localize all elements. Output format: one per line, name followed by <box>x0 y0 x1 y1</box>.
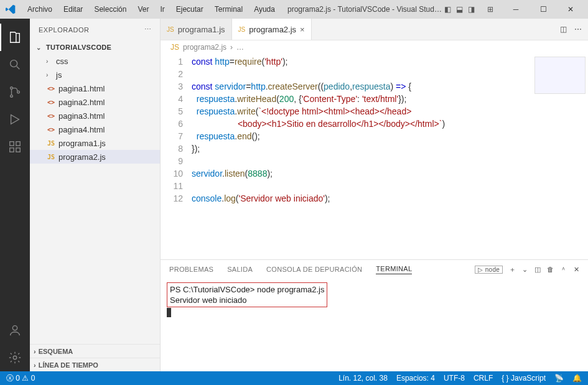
code-line[interactable]: console.log('Servidor web iniciado'); <box>192 192 532 205</box>
maximize-button[interactable]: ☐ <box>531 1 556 18</box>
close-button[interactable]: ✕ <box>558 1 583 18</box>
terminal-cursor <box>167 308 171 317</box>
code-line[interactable]: respuesta.end(); <box>192 130 532 142</box>
breadcrumb-file: programa2.js <box>183 43 226 52</box>
line-number: 3 <box>161 80 183 93</box>
panel-tab-output[interactable]: SALIDA <box>227 266 253 273</box>
tree-root[interactable]: ⌄ TUTORIALVSCODE <box>30 40 160 54</box>
js-file-icon: JS <box>238 26 246 33</box>
sidebar-more-icon[interactable]: ⋯ <box>144 26 152 34</box>
svg-point-9 <box>13 356 17 359</box>
menu-ver[interactable]: Ver <box>133 2 154 16</box>
menu-editar[interactable]: Editar <box>58 2 88 16</box>
layout-left-icon[interactable]: ◧ <box>444 5 451 14</box>
code-line[interactable]: servidor.listen(8888); <box>192 167 532 180</box>
line-number-gutter: 123456789101112 <box>161 54 192 259</box>
layout-bottom-icon[interactable]: ⬓ <box>456 5 463 14</box>
minimap[interactable] <box>532 54 588 259</box>
search-icon[interactable] <box>0 51 30 78</box>
tree-item-pagina3-html[interactable]: <>pagina3.html <box>30 109 160 123</box>
status-indent[interactable]: Espacios: 4 <box>396 374 435 383</box>
editor-tab-programa2-js[interactable]: JSprograma2.js× <box>232 19 312 40</box>
line-number: 8 <box>161 142 183 155</box>
section-outline[interactable]: ›ESQUEMA <box>30 344 160 358</box>
minimize-button[interactable]: ─ <box>503 1 528 18</box>
tree-item-pagina2-html[interactable]: <>pagina2.html <box>30 95 160 109</box>
status-eol[interactable]: CRLF <box>474 374 493 383</box>
run-debug-icon[interactable] <box>0 106 30 133</box>
panel-tab-problems[interactable]: PROBLEMAS <box>169 266 213 273</box>
code-line[interactable]: const http=require('http'); <box>192 55 532 68</box>
code-line[interactable]: <body><h1>Sitio en desarrollo</h1></body… <box>192 118 532 130</box>
code-line[interactable]: respuesta.writeHead(200, {'Content-Type'… <box>192 93 532 105</box>
status-cursor-pos[interactable]: Lín. 12, col. 38 <box>338 374 388 383</box>
tree-item-css[interactable]: ›css <box>30 54 160 68</box>
kill-terminal-icon[interactable]: 🗑 <box>547 266 554 273</box>
source-control-icon[interactable] <box>0 78 30 106</box>
layout-customize-icon[interactable]: ⊞ <box>487 5 493 14</box>
extensions-icon[interactable] <box>0 133 30 160</box>
panel-tabs: PROBLEMAS SALIDA CONSOLA DE DEPURACIÓN T… <box>161 260 588 279</box>
breadcrumb[interactable]: JS programa2.js › … <box>161 40 588 54</box>
js-file-icon: JS <box>46 154 56 160</box>
root-label: TUTORIALVSCODE <box>46 44 111 51</box>
tree-item-label: pagina4.html <box>58 125 105 134</box>
code-line[interactable] <box>192 68 532 80</box>
explorer-icon[interactable] <box>0 24 30 51</box>
feedback-icon[interactable]: 📡 <box>554 374 564 383</box>
line-number: 5 <box>161 105 183 118</box>
settings-gear-icon[interactable] <box>0 344 30 371</box>
terminal-content[interactable]: PS C:\TutorialVSCode> node programa2.js … <box>161 279 588 371</box>
html-file-icon: <> <box>46 126 56 133</box>
editor-more-icon[interactable]: ⋯ <box>574 25 582 34</box>
status-language[interactable]: { } JavaScript <box>502 374 546 383</box>
menu-ir[interactable]: Ir <box>155 2 169 16</box>
terminal-shell-selector[interactable]: ▷ node <box>475 266 503 274</box>
error-icon: ⓧ <box>6 374 14 383</box>
menu-ayuda[interactable]: Ayuda <box>249 2 280 16</box>
tree-item-pagina1-html[interactable]: <>pagina1.html <box>30 81 160 95</box>
new-terminal-icon[interactable]: ＋ <box>509 265 516 274</box>
split-terminal-icon[interactable]: ◫ <box>534 266 541 274</box>
menu-terminal[interactable]: Terminal <box>210 2 248 16</box>
bell-icon[interactable]: 🔔 <box>572 374 582 383</box>
status-errors[interactable]: ⓧ 0 ⚠ 0 <box>6 373 35 384</box>
accounts-icon[interactable] <box>0 317 30 344</box>
layout-right-icon[interactable]: ◨ <box>468 5 475 14</box>
line-number: 4 <box>161 93 183 105</box>
tree-item-label: pagina2.html <box>58 98 105 107</box>
code-content[interactable]: const http=require('http'); const servid… <box>192 54 532 259</box>
code-line[interactable] <box>192 180 532 192</box>
file-tree: ⌄ TUTORIALVSCODE ›css›js<>pagina1.html<>… <box>30 40 160 344</box>
panel-tab-debug-console[interactable]: CONSOLA DE DEPURACIÓN <box>266 266 362 273</box>
code-line[interactable]: }); <box>192 142 532 155</box>
split-editor-icon[interactable]: ◫ <box>560 25 567 34</box>
section-timeline[interactable]: ›LÍNEA DE TIEMPO <box>30 358 160 371</box>
menu-archivo[interactable]: Archivo <box>22 2 57 16</box>
code-line[interactable]: respuesta.write(`<!doctype html><html><h… <box>192 105 532 118</box>
bottom-panel: PROBLEMAS SALIDA CONSOLA DE DEPURACIÓN T… <box>161 259 588 371</box>
chevron-down-icon: ⌄ <box>36 44 44 51</box>
code-editor[interactable]: 123456789101112 const http=require('http… <box>161 54 588 259</box>
tree-item-programa2-js[interactable]: JSprograma2.js <box>30 150 160 164</box>
terminal-highlight-box: PS C:\TutorialVSCode> node programa2.js … <box>167 282 327 307</box>
tree-item-programa1-js[interactable]: JSprograma1.js <box>30 136 160 150</box>
tree-item-pagina4-html[interactable]: <>pagina4.html <box>30 123 160 136</box>
close-tab-icon[interactable]: × <box>300 25 305 34</box>
activity-bar <box>0 19 30 371</box>
maximize-panel-icon[interactable]: ＾ <box>560 265 567 274</box>
svg-point-0 <box>11 60 17 67</box>
menu-seleccion[interactable]: Selección <box>89 2 131 16</box>
menu-ejecutar[interactable]: Ejecutar <box>171 2 208 16</box>
tab-label: programa1.js <box>178 25 225 34</box>
code-line[interactable]: const servidor=http.createServer((pedido… <box>192 80 532 93</box>
terminal-dropdown-icon[interactable]: ⌄ <box>522 266 528 274</box>
code-line[interactable] <box>192 155 532 167</box>
tree-item-js[interactable]: ›js <box>30 68 160 81</box>
close-panel-icon[interactable]: ✕ <box>574 266 579 274</box>
editor-tab-programa1-js[interactable]: JSprograma1.js <box>161 19 232 40</box>
tree-item-label: pagina1.html <box>58 84 105 93</box>
panel-tab-terminal[interactable]: TERMINAL <box>376 265 412 274</box>
status-encoding[interactable]: UTF-8 <box>444 374 465 383</box>
svg-point-2 <box>11 95 13 98</box>
